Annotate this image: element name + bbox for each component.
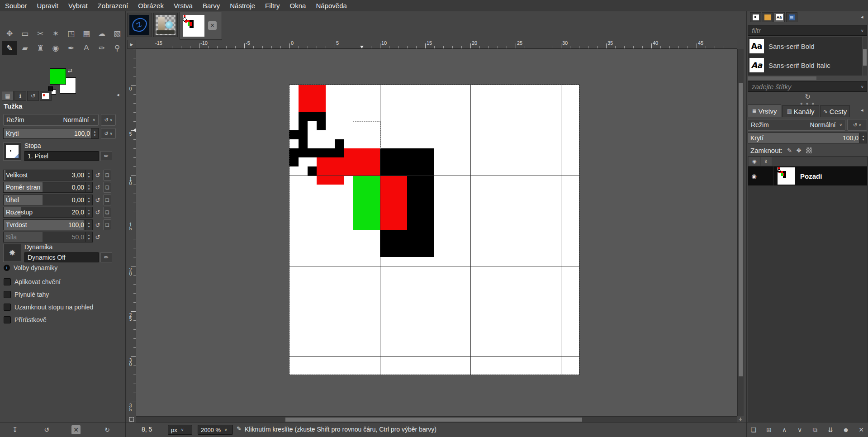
tab-fonts[interactable]: Aa <box>773 12 785 22</box>
bookmark-icon[interactable]: ❏ <box>103 170 111 180</box>
tab-patterns[interactable] <box>762 12 773 22</box>
layer-mode-reset-button[interactable]: ↺∨ <box>847 119 867 131</box>
layer-mode-select[interactable]: Režim Normální ∨ <box>748 119 845 131</box>
spinner[interactable]: ▴▾ <box>91 128 98 138</box>
checkbox-aplikovat-chveni[interactable]: Aplikovat chvění <box>4 277 61 286</box>
panel-menu-icon[interactable]: ◂ <box>861 107 863 113</box>
panel-menu-icon[interactable]: ◂ <box>117 92 119 98</box>
quick-mask-toggle[interactable] <box>127 416 136 423</box>
mode-reset-button[interactable]: ↺∨ <box>101 114 116 126</box>
menu-vybrat[interactable]: Vybrat <box>63 0 93 11</box>
unit-select[interactable]: px ∨ <box>168 425 192 435</box>
tab-undo-history[interactable]: ↺ <box>27 91 39 101</box>
horizontal-scrollbar[interactable] <box>136 416 737 423</box>
tab-cesty[interactable]: ∿Cesty <box>820 105 850 117</box>
menu-barvy[interactable]: Barvy <box>198 0 225 11</box>
edit-dynamics-icon[interactable]: ✏ <box>100 252 112 262</box>
perspective-tool-icon[interactable]: ▦ <box>79 26 94 41</box>
image-tab-2[interactable] <box>153 13 178 37</box>
menu-nastroje[interactable]: Nástroje <box>225 0 260 11</box>
bookmark-icon[interactable]: ❏ <box>103 207 111 218</box>
paint-mode-select[interactable]: Režim Normální ∨ <box>3 114 99 126</box>
tab-tool-options[interactable]: ▤ <box>2 91 14 101</box>
reset-icon[interactable]: ↺ <box>94 170 101 180</box>
layer-opacity-slider[interactable]: Krytí 100,0 ▴▾ <box>748 133 867 143</box>
lock-alpha-icon[interactable] <box>806 147 812 153</box>
spinner[interactable]: ▴▾ <box>85 170 92 180</box>
crop-tool-icon[interactable]: ◳ <box>63 26 79 41</box>
opacity-reset-button[interactable]: ↺∨ <box>101 128 116 139</box>
menu-okna[interactable]: Okna <box>285 0 311 11</box>
menu-soubor[interactable]: Soubor <box>0 0 32 11</box>
checkbox-plynule-tahy[interactable]: Plynulé tahy <box>4 290 49 299</box>
refresh-fonts-icon[interactable]: ↻ <box>747 93 868 101</box>
smudge-tool-icon[interactable]: ◉ <box>48 41 63 55</box>
bookmark-icon[interactable]: ❏ <box>103 182 111 193</box>
lock-pixels-icon[interactable]: ✎ <box>787 147 792 154</box>
tab-brushes[interactable] <box>750 12 761 22</box>
reset-icon[interactable]: ↺ <box>94 195 101 205</box>
reset-icon[interactable]: ↺ <box>94 182 101 193</box>
spinner[interactable]: ▴▾ <box>859 133 867 143</box>
new-layer-button[interactable]: ❏ <box>749 425 759 434</box>
pomer-stran-slider[interactable]: Poměr stran0,00▴▾ <box>3 182 93 193</box>
raise-layer-button[interactable]: ∧ <box>779 425 789 434</box>
gradient-tool-icon[interactable]: ▧ <box>109 26 125 41</box>
restore-preset-button[interactable]: ↺ <box>42 425 51 434</box>
image-tab-1[interactable] <box>127 13 152 37</box>
spinner[interactable]: ▴▾ <box>85 182 92 192</box>
font-filter-input[interactable] <box>748 25 867 36</box>
zoom-select[interactable]: 2000 % ∨ <box>198 425 233 435</box>
chain-column-icon[interactable]: ∞ <box>761 157 772 166</box>
move-tool-icon[interactable]: ✥ <box>2 26 17 41</box>
bookmark-icon[interactable]: ❏ <box>103 219 111 230</box>
color-picker-tool-icon[interactable]: ✑ <box>94 41 109 55</box>
dynamics-field[interactable]: Dynamics Off <box>24 252 99 262</box>
layer-visibility-icon[interactable]: ◉ <box>748 173 760 180</box>
font-row[interactable]: AaSans-serif Bold <box>748 37 862 56</box>
opacity-slider[interactable]: Krytí 100,0 ▴▾ <box>3 128 99 139</box>
image-menu-button[interactable]: ▶ <box>127 40 136 49</box>
lower-layer-button[interactable]: ∨ <box>795 425 805 434</box>
panel-menu-icon[interactable]: ◂ <box>861 14 863 20</box>
tab-image-thumbnail[interactable] <box>40 91 52 101</box>
clone-tool-icon[interactable]: ♜ <box>33 41 48 55</box>
canvas-surface[interactable] <box>289 85 579 375</box>
foreground-color-swatch[interactable] <box>50 68 66 85</box>
dynamics-preview[interactable]: ✸ <box>3 244 21 262</box>
menu-vrstva[interactable]: Vrstva <box>169 0 198 11</box>
duplicate-layer-button[interactable]: ⧉ <box>810 425 820 434</box>
brush-name-field[interactable]: 1. Pixel <box>24 151 99 161</box>
menu-filtry[interactable]: Filtry <box>260 0 285 11</box>
reset-icon[interactable]: ↺ <box>94 207 101 218</box>
rozestup-slider[interactable]: Rozestup20,0▴▾ <box>3 207 93 218</box>
eraser-tool-icon[interactable]: ▰ <box>17 41 33 55</box>
spinner[interactable]: ▴▾ <box>85 232 92 242</box>
layer-row[interactable]: ◉ Pozadí <box>748 166 867 185</box>
spinner[interactable]: ▴▾ <box>85 195 92 205</box>
uhel-slider[interactable]: Úhel0,00▴▾ <box>3 195 93 205</box>
menu-obrazek[interactable]: Obrázek <box>133 0 169 11</box>
image-tab-3[interactable]: ✕ <box>180 12 222 40</box>
tab-vrstvy[interactable]: ≣Vrstvy <box>748 104 781 117</box>
checkbox-uzamknout-stopu-na-pohled[interactable]: Uzamknout stopu na pohled <box>4 303 93 312</box>
vertical-scrollbar[interactable] <box>737 49 744 416</box>
scissors-select-tool-icon[interactable]: ✂ <box>33 26 48 41</box>
navigation-button[interactable]: ✛ <box>737 416 744 423</box>
chevron-down-icon[interactable]: ∨ <box>861 28 864 33</box>
swap-colors-icon[interactable]: ⇄ <box>68 67 72 74</box>
sila-slider[interactable]: Síla50,0▴▾ <box>3 232 93 242</box>
merge-down-button[interactable]: ⇊ <box>825 425 835 434</box>
tab-device-status[interactable]: ℹ <box>14 91 26 101</box>
font-row[interactable]: AaSans-serif Bold Italic <box>748 56 862 75</box>
tvrdost-slider[interactable]: Tvrdost100,0▴▾ <box>3 219 93 230</box>
layer-chain-cell[interactable] <box>760 166 774 185</box>
save-preset-button[interactable]: ↧ <box>10 425 19 434</box>
rectangle-select-tool-icon[interactable]: ▭ <box>17 26 33 41</box>
brush-preview[interactable] <box>3 142 21 161</box>
tags-input[interactable] <box>748 81 867 92</box>
delete-layer-button[interactable]: ✕ <box>856 425 866 434</box>
reset-tool-button[interactable]: ↻ <box>103 425 112 434</box>
menu-zobrazeni[interactable]: Zobrazení <box>93 0 133 11</box>
ink-tool-icon[interactable]: ✒ <box>63 41 79 55</box>
